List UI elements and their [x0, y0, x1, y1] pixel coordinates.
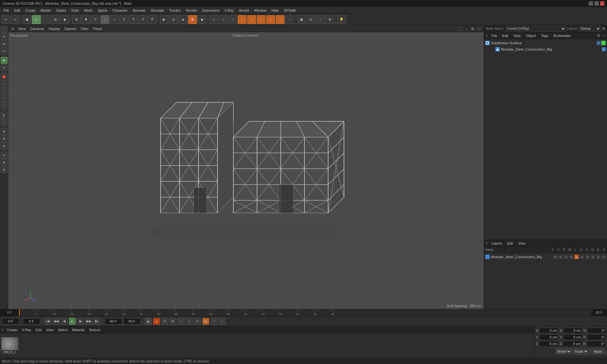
rect-select-button[interactable]: ⊞	[1, 40, 8, 47]
menu-window[interactable]: Window	[252, 8, 269, 13]
prev-key-button[interactable]: ◀	[61, 318, 68, 325]
vp-view-menu[interactable]: View	[16, 26, 27, 31]
end-frame-input1[interactable]	[105, 318, 122, 325]
maximize-button[interactable]: □	[594, 1, 599, 6]
obj-axis-button[interactable]: □	[110, 15, 119, 24]
layout-select[interactable]: Startup	[579, 26, 601, 32]
layer-btn-a[interactable]: ⊙	[580, 255, 584, 259]
timeline-ruler[interactable]: 5 10 15 20 25 30 35 40 45 50 5	[19, 309, 591, 316]
viewport-config-btn[interactable]: ⊕	[470, 26, 475, 32]
obj-mgr-file-menu[interactable]: File	[490, 33, 499, 38]
ffd-button[interactable]: ⊡	[169, 15, 178, 24]
object-mode-button[interactable]: ●	[32, 15, 41, 24]
deformer2-button[interactable]: □	[257, 15, 266, 24]
vp-cameras-menu[interactable]: Cameras	[28, 26, 46, 31]
render-icon-1[interactable]: ■	[145, 318, 152, 325]
menu-character[interactable]: Character	[110, 8, 130, 13]
menu-help[interactable]: Help	[269, 8, 281, 13]
poly-mode-button[interactable]: ◆	[60, 15, 69, 24]
obj-mgr-tags-menu[interactable]: Tags	[540, 33, 549, 38]
generator-button[interactable]: □	[247, 15, 256, 24]
menu-simulate[interactable]: Simulate	[148, 8, 166, 13]
layer-btn-m[interactable]: ⊙	[569, 255, 573, 259]
obj-item-modular[interactable]: Modular_Steel_Construction_Big	[484, 46, 607, 52]
layer-btn-g[interactable]: ⊙	[585, 255, 590, 259]
mat-menu-create[interactable]: Create	[6, 327, 19, 332]
current-frame-input[interactable]	[2, 318, 19, 325]
layers-menu-layers[interactable]: Layers	[490, 241, 503, 246]
viewport-canvas[interactable]: Perspective Default Camera:* Grid Spacin…	[8, 32, 484, 309]
material-button[interactable]: ○	[285, 15, 294, 24]
subdiv-button[interactable]: □	[238, 15, 247, 24]
dissolve-button[interactable]: ⬛	[1, 102, 8, 109]
settings-button[interactable]: ⚙	[325, 15, 334, 24]
rotate-tool-button[interactable]: ↻	[91, 15, 100, 24]
scale-mode-select[interactable]: Scale	[573, 348, 589, 355]
layer-btn-e[interactable]: ⊙	[596, 255, 600, 259]
prev-frame-button[interactable]: ◀◀	[52, 318, 59, 325]
polygon-obj-button[interactable]: □	[219, 15, 228, 24]
falloff-button[interactable]: ⊞	[1, 166, 8, 173]
bevel-button[interactable]: ⚫	[1, 81, 8, 88]
menu-tracker[interactable]: Tracker	[167, 8, 183, 13]
vp-display-menu[interactable]: Display	[47, 26, 62, 31]
extrude-button[interactable]: 🔴	[1, 73, 8, 80]
model-mode-button[interactable]: ▣	[22, 15, 31, 24]
live-selection-button[interactable]: ⊕	[1, 33, 8, 40]
soft-select-button[interactable]: ⊞	[1, 159, 8, 166]
light-toggle-button[interactable]: 💡	[337, 15, 346, 24]
menu-modes[interactable]: Modes	[39, 8, 53, 13]
mat-menu-view[interactable]: View	[45, 327, 55, 332]
viewport-float-btn[interactable]: □	[476, 26, 482, 32]
render-icon-8[interactable]: ▶	[202, 318, 209, 325]
loop-select-button[interactable]: ⟲	[1, 48, 8, 55]
undo-button[interactable]: ↩	[1, 15, 10, 24]
menu-spline[interactable]: Spline	[95, 8, 110, 13]
layers-menu-edit[interactable]: Edit	[506, 241, 514, 246]
render-icon-9[interactable]: □	[211, 318, 218, 325]
obj-mgr-view-menu[interactable]: View	[512, 33, 522, 38]
tag-button[interactable]: □	[276, 15, 285, 24]
primitive-button[interactable]: ▶	[160, 15, 169, 24]
render-icon-3[interactable]: ⊙	[161, 318, 168, 325]
mat-menu-select[interactable]: Select	[57, 327, 69, 332]
menu-file[interactable]: File	[1, 8, 11, 13]
menu-extensions[interactable]: Extensions	[200, 8, 222, 13]
layer-btn-l[interactable]: ▶	[574, 255, 579, 259]
pen-tool-button[interactable]: ▣	[1, 57, 8, 64]
coord-p-size[interactable]	[587, 334, 606, 340]
deformer-button[interactable]: ◈	[179, 15, 187, 24]
end-frame-input2[interactable]	[123, 318, 141, 325]
vp-options-menu[interactable]: Options	[63, 26, 78, 31]
hair-button[interactable]: ☆	[316, 15, 325, 24]
mat-menu-texture[interactable]: Texture	[88, 327, 101, 332]
node-space-select[interactable]: Current (V-Ray)	[506, 26, 566, 32]
obj-mgr-edit-menu[interactable]: Edit	[501, 33, 510, 38]
effector-button[interactable]: □	[266, 15, 275, 24]
menu-select[interactable]: Select	[54, 8, 68, 13]
point-mode-button[interactable]: ·	[41, 15, 50, 24]
render-icon-2[interactable]: ●	[153, 318, 160, 325]
next-key-button[interactable]: ▶	[77, 318, 84, 325]
menu-tools[interactable]: Tools	[69, 8, 81, 13]
redo-button[interactable]: ↪	[11, 15, 20, 24]
layer-btn-r[interactable]: ⊙	[564, 255, 568, 259]
go-start-button[interactable]: |◀	[44, 318, 51, 325]
render-icon-6[interactable]: □	[186, 318, 193, 325]
normal-move-button[interactable]: S	[1, 143, 8, 149]
render-icon-4[interactable]: ⊕	[169, 318, 176, 325]
iron-button[interactable]: ⬛	[1, 119, 8, 126]
render-icon-10[interactable]: □	[219, 318, 226, 325]
menu-3dtoall[interactable]: 3DToAll	[281, 8, 298, 13]
coord-z-rot[interactable]	[563, 341, 582, 347]
obj-tag-blue[interactable]	[602, 47, 606, 51]
scale-tool-button[interactable]: ✖	[82, 15, 90, 24]
vp-hamburger[interactable]: ≡	[10, 26, 15, 31]
sculpt-button[interactable]: ⊡	[306, 15, 315, 24]
window-controls[interactable]: − □ ×	[589, 1, 604, 6]
menu-arnold[interactable]: Arnold	[237, 8, 251, 13]
viewport-render-btn[interactable]: ↓	[463, 26, 469, 32]
layout-icons[interactable]: ⊞	[602, 27, 605, 31]
menu-render[interactable]: Render	[184, 8, 199, 13]
axis-z-button[interactable]: Z	[120, 15, 128, 24]
